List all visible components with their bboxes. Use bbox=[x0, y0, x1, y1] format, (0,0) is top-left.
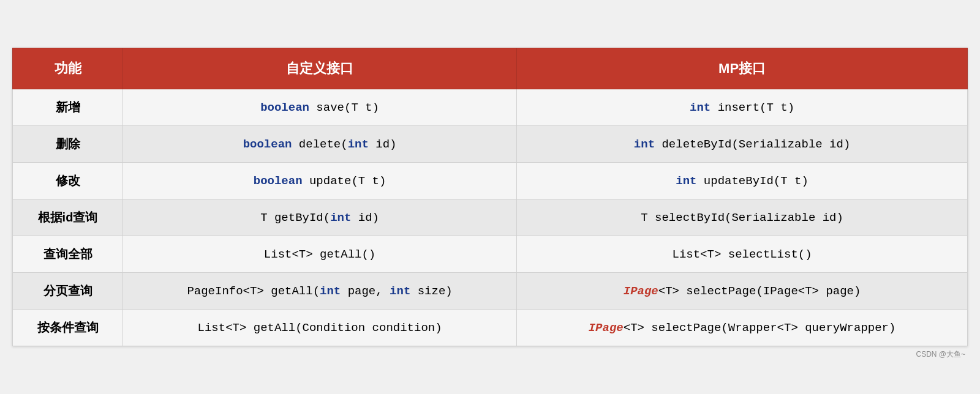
keyword-int: int bbox=[676, 174, 696, 188]
custom-method: boolean delete(int id) bbox=[123, 126, 517, 163]
table-container: 功能 自定义接口 MP接口 新增 boolean save(T t) int i… bbox=[12, 48, 968, 346]
func-label: 按条件查询 bbox=[13, 310, 123, 346]
mp-method: int deleteById(Serializable id) bbox=[517, 126, 968, 163]
table-row: 按条件查询 List<T> getAll(Condition condition… bbox=[13, 310, 968, 346]
header-row: 功能 自定义接口 MP接口 bbox=[13, 48, 968, 89]
mp-method: IPage<T> selectPage(Wrapper<T> queryWrap… bbox=[517, 310, 968, 346]
table-row: 删除 boolean delete(int id) int deleteById… bbox=[13, 126, 968, 163]
table-row: 修改 boolean update(T t) int updateById(T … bbox=[13, 163, 968, 199]
header-custom: 自定义接口 bbox=[123, 48, 517, 89]
keyword-int: int bbox=[634, 138, 655, 151]
func-label: 修改 bbox=[13, 163, 123, 199]
func-label: 新增 bbox=[13, 89, 123, 126]
keyword-boolean: boolean bbox=[260, 101, 309, 114]
keyword-int: int bbox=[390, 284, 410, 298]
keyword-boolean: boolean bbox=[254, 174, 303, 188]
custom-method: List<T> getAll(Condition condition) bbox=[123, 310, 517, 346]
func-label: 根据id查询 bbox=[13, 199, 123, 236]
func-label: 分页查询 bbox=[13, 273, 123, 310]
custom-method: boolean update(T t) bbox=[123, 163, 517, 199]
keyword-int: int bbox=[690, 101, 710, 114]
table-row: 新增 boolean save(T t) int insert(T t) bbox=[13, 89, 968, 126]
mp-method: IPage<T> selectPage(IPage<T> page) bbox=[517, 273, 968, 310]
custom-method: boolean save(T t) bbox=[123, 89, 517, 126]
mp-method: int insert(T t) bbox=[517, 89, 968, 126]
header-mp: MP接口 bbox=[517, 48, 968, 89]
custom-method: T getById(int id) bbox=[123, 199, 517, 236]
keyword-boolean: boolean bbox=[243, 138, 292, 151]
mp-method: int updateById(T t) bbox=[517, 163, 968, 199]
custom-method: PageInfo<T> getAll(int page, int size) bbox=[123, 273, 517, 310]
mp-method: List<T> selectList() bbox=[517, 236, 968, 273]
watermark: CSDN @大鱼~ bbox=[916, 349, 965, 360]
comparison-table: 功能 自定义接口 MP接口 新增 boolean save(T t) int i… bbox=[12, 48, 968, 346]
mp-method: T selectById(Serializable id) bbox=[517, 199, 968, 236]
table-row: 根据id查询 T getById(int id) T selectById(Se… bbox=[13, 199, 968, 236]
table-row: 分页查询 PageInfo<T> getAll(int page, int si… bbox=[13, 273, 968, 310]
keyword-int: int bbox=[348, 138, 369, 151]
func-label: 删除 bbox=[13, 126, 123, 163]
keyword-ipage: IPage bbox=[589, 321, 624, 335]
custom-method: List<T> getAll() bbox=[123, 236, 517, 273]
keyword-ipage: IPage bbox=[624, 284, 658, 298]
keyword-int: int bbox=[330, 211, 351, 225]
header-func: 功能 bbox=[13, 48, 123, 89]
func-label: 查询全部 bbox=[13, 236, 123, 273]
keyword-int: int bbox=[320, 284, 341, 298]
table-row: 查询全部 List<T> getAll() List<T> selectList… bbox=[13, 236, 968, 273]
